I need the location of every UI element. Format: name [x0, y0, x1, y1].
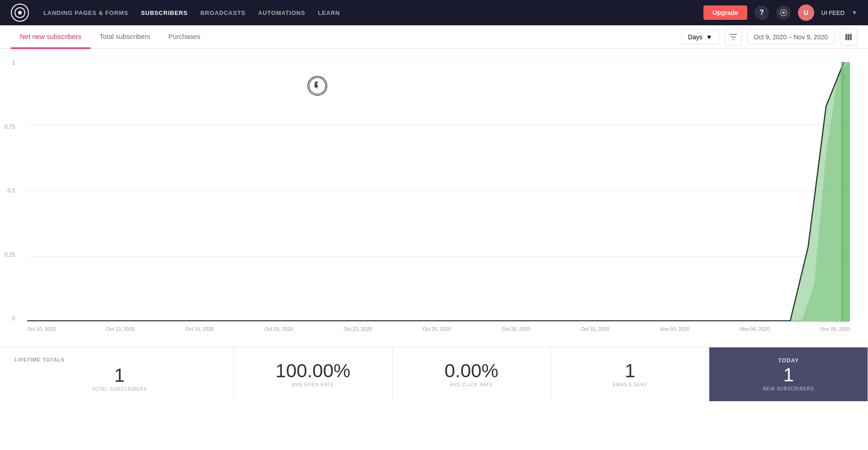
svg-rect-2: [845, 34, 847, 40]
x-label-5: Oct 25, 2020: [423, 326, 451, 332]
top-navigation: LANDING PAGES & FORMS SUBSCRIBERS BROADC…: [0, 0, 868, 25]
notification-icon[interactable]: [776, 5, 791, 20]
chart-container: 1 0.75 0.5 0.25 0 Oct 10, 2020: [0, 49, 868, 347]
svg-marker-12: [790, 62, 844, 322]
y-label-075: 0.75: [5, 124, 15, 130]
total-subscribers-value: 1: [114, 366, 125, 385]
today-label: TODAY: [778, 357, 799, 364]
y-axis: 1 0.75 0.5 0.25 0: [5, 60, 15, 322]
x-label-3: Oct 19, 2020: [264, 326, 293, 332]
nav-subscribers[interactable]: SUBSCRIBERS: [141, 8, 188, 18]
upgrade-button[interactable]: Upgrade: [703, 5, 747, 20]
days-dropdown[interactable]: Days ▼: [681, 30, 719, 44]
chevron-down-icon: ▼: [706, 33, 712, 41]
svg-rect-3: [848, 34, 849, 40]
x-label-9: Nov 06, 2020: [740, 326, 769, 332]
total-subscribers-label: TOTAL SUBSCRIBERS: [92, 387, 147, 392]
new-subscribers-value: 1: [783, 366, 794, 384]
today-section: TODAY 1 NEW SUBSCRIBERS: [709, 347, 868, 401]
line-chart-svg: [27, 60, 850, 322]
nav-broadcasts[interactable]: BROADCASTS: [200, 8, 245, 18]
lifetime-label: LIFETIME TOTALS: [14, 357, 65, 362]
nav-landing-pages[interactable]: LANDING PAGES & FORMS: [43, 8, 128, 18]
x-label-0: Oct 10, 2020: [27, 326, 56, 332]
nav-automations[interactable]: AUTOMATIONS: [258, 8, 305, 18]
sub-nav-tabs: Net new subscribers Total subscribers Pu…: [11, 25, 681, 48]
svg-rect-13: [841, 62, 850, 322]
help-icon[interactable]: ?: [755, 5, 769, 20]
date-range-picker[interactable]: Oct 9, 2020 – Nov 9, 2020: [747, 30, 835, 44]
x-axis: Oct 10, 2020 Oct 13, 2020 Oct 16, 2020 O…: [27, 323, 850, 332]
sub-nav-controls: Days ▼ Oct 9, 2020 – Nov 9, 2020: [681, 28, 857, 46]
x-label-8: Nov 03, 2020: [660, 326, 689, 332]
svg-point-1: [782, 11, 785, 14]
avatar[interactable]: U: [798, 5, 814, 21]
x-label-1: Oct 13, 2020: [106, 326, 135, 332]
avg-open-rate-value: 100.00%: [275, 361, 350, 380]
user-label[interactable]: UI FEED: [821, 9, 844, 16]
user-dropdown-icon[interactable]: ▼: [852, 9, 857, 16]
x-label-10: Nov 09, 2020: [821, 326, 850, 332]
new-subscribers-label: NEW SUBSCRIBERS: [763, 386, 814, 391]
columns-button[interactable]: [840, 28, 857, 46]
logo[interactable]: [11, 4, 29, 22]
x-label-2: Oct 16, 2020: [185, 326, 214, 332]
bottom-stats: LIFETIME TOTALS 1 TOTAL SUBSCRIBERS 100.…: [0, 347, 868, 401]
lifetime-total-section: LIFETIME TOTALS 1 TOTAL SUBSCRIBERS: [0, 347, 234, 401]
emails-sent-label: EMAILS SENT: [613, 382, 647, 387]
avg-open-rate-label: AVG OPEN RATE: [292, 382, 334, 387]
emails-sent-section: 1 EMAILS SENT: [551, 347, 710, 401]
x-label-6: Oct 28, 2020: [502, 326, 530, 332]
emails-sent-value: 1: [625, 361, 635, 380]
y-label-0: 0: [5, 315, 15, 322]
tab-net-new-subscribers[interactable]: Net new subscribers: [11, 25, 90, 49]
y-label-025: 0.25: [5, 252, 15, 258]
svg-rect-4: [850, 34, 852, 40]
avg-open-rate-section: 100.00% AVG OPEN RATE: [234, 347, 392, 401]
avg-click-rate-label: AVG CLICK RATE: [450, 382, 493, 387]
chart-area: 1 0.75 0.5 0.25 0 Oct 10, 2020: [27, 60, 850, 340]
y-label-1: 1: [5, 60, 15, 66]
avg-click-rate-section: 0.00% AVG CLICK RATE: [392, 347, 551, 401]
nav-right: Upgrade ? U UI FEED ▼: [703, 5, 857, 21]
nav-learn[interactable]: LEARN: [318, 8, 340, 18]
y-label-05: 0.5: [5, 188, 15, 194]
filter-button[interactable]: [725, 28, 742, 46]
x-label-7: Oct 31, 2020: [581, 326, 609, 332]
tab-purchases[interactable]: Purchases: [159, 25, 209, 49]
sub-navigation: Net new subscribers Total subscribers Pu…: [0, 25, 868, 49]
nav-links: LANDING PAGES & FORMS SUBSCRIBERS BROADC…: [43, 8, 689, 18]
x-label-4: Oct 22, 2020: [344, 326, 372, 332]
tab-total-subscribers[interactable]: Total subscribers: [90, 25, 160, 49]
avg-click-rate-value: 0.00%: [444, 361, 498, 380]
